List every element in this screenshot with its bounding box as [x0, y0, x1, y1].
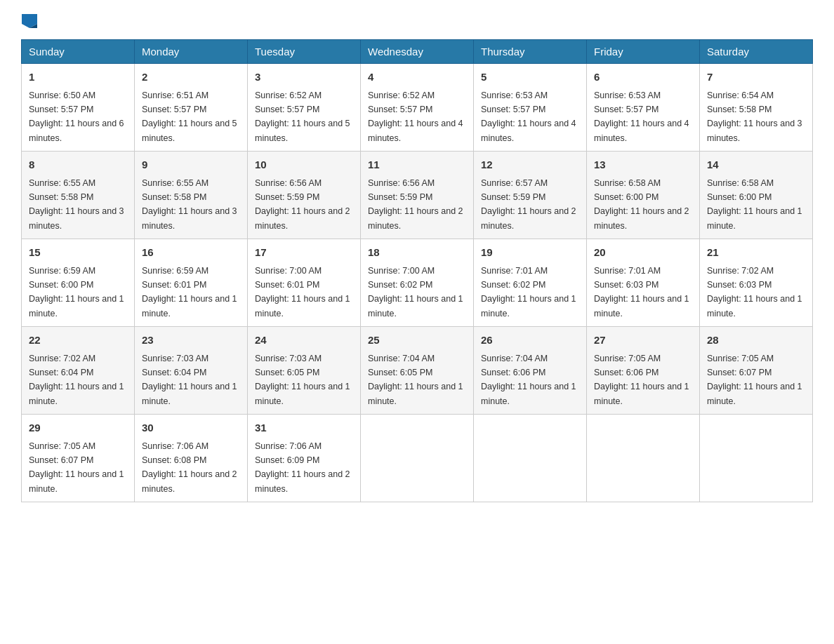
day-number: 12 [481, 157, 579, 173]
day-number: 30 [142, 420, 240, 436]
calendar-cell: 11Sunrise: 6:56 AMSunset: 5:59 PMDayligh… [361, 152, 474, 239]
calendar-cell: 5Sunrise: 6:53 AMSunset: 5:57 PMDaylight… [474, 64, 587, 152]
column-header-saturday: Saturday [700, 40, 813, 64]
calendar-cell: 26Sunrise: 7:04 AMSunset: 6:06 PMDayligh… [474, 327, 587, 415]
calendar-cell: 24Sunrise: 7:03 AMSunset: 6:05 PMDayligh… [248, 327, 361, 415]
calendar-cell: 25Sunrise: 7:04 AMSunset: 6:05 PMDayligh… [361, 327, 474, 415]
day-number: 23 [142, 333, 240, 349]
day-number: 29 [29, 420, 127, 436]
day-info: Sunrise: 6:56 AMSunset: 5:59 PMDaylight:… [368, 178, 463, 231]
calendar-cell: 21Sunrise: 7:02 AMSunset: 6:03 PMDayligh… [700, 239, 813, 327]
day-number: 16 [142, 245, 240, 261]
calendar-cell [587, 415, 700, 502]
day-number: 26 [481, 333, 579, 349]
day-number: 2 [142, 69, 240, 86]
day-number: 1 [29, 69, 127, 86]
day-info: Sunrise: 6:54 AMSunset: 5:58 PMDaylight:… [707, 90, 802, 143]
day-info: Sunrise: 7:00 AMSunset: 6:01 PMDaylight:… [255, 266, 350, 318]
day-number: 27 [594, 333, 692, 349]
day-number: 25 [368, 333, 466, 349]
day-number: 8 [29, 157, 127, 173]
day-number: 3 [255, 69, 353, 86]
calendar-cell: 2Sunrise: 6:51 AMSunset: 5:57 PMDaylight… [135, 64, 248, 152]
day-info: Sunrise: 6:55 AMSunset: 5:58 PMDaylight:… [142, 178, 237, 231]
calendar-cell: 14Sunrise: 6:58 AMSunset: 6:00 PMDayligh… [700, 152, 813, 239]
day-number: 19 [481, 245, 579, 261]
day-info: Sunrise: 6:56 AMSunset: 5:59 PMDaylight:… [255, 178, 350, 231]
column-header-wednesday: Wednesday [361, 40, 474, 64]
day-number: 24 [255, 333, 353, 349]
calendar-cell [361, 415, 474, 502]
day-info: Sunrise: 7:04 AMSunset: 6:05 PMDaylight:… [368, 354, 463, 406]
calendar-cell: 13Sunrise: 6:58 AMSunset: 6:00 PMDayligh… [587, 152, 700, 239]
day-info: Sunrise: 6:57 AMSunset: 5:59 PMDaylight:… [481, 178, 576, 231]
day-info: Sunrise: 7:02 AMSunset: 6:04 PMDaylight:… [29, 354, 124, 406]
day-info: Sunrise: 7:05 AMSunset: 6:06 PMDaylight:… [594, 354, 689, 406]
calendar-cell: 22Sunrise: 7:02 AMSunset: 6:04 PMDayligh… [22, 327, 135, 415]
calendar-cell: 15Sunrise: 6:59 AMSunset: 6:00 PMDayligh… [22, 239, 135, 327]
day-info: Sunrise: 7:03 AMSunset: 6:05 PMDaylight:… [255, 354, 350, 406]
day-info: Sunrise: 6:58 AMSunset: 6:00 PMDaylight:… [707, 178, 802, 231]
logo-icon [22, 14, 37, 28]
day-info: Sunrise: 7:06 AMSunset: 6:08 PMDaylight:… [142, 441, 237, 494]
day-info: Sunrise: 7:01 AMSunset: 6:03 PMDaylight:… [594, 266, 689, 318]
day-number: 6 [594, 69, 692, 86]
calendar-cell: 20Sunrise: 7:01 AMSunset: 6:03 PMDayligh… [587, 239, 700, 327]
calendar-cell [700, 415, 813, 502]
calendar-cell: 9Sunrise: 6:55 AMSunset: 5:58 PMDaylight… [135, 152, 248, 239]
day-number: 20 [594, 245, 692, 261]
day-number: 31 [255, 420, 353, 436]
column-header-tuesday: Tuesday [248, 40, 361, 64]
day-number: 5 [481, 69, 579, 86]
calendar-cell: 27Sunrise: 7:05 AMSunset: 6:06 PMDayligh… [587, 327, 700, 415]
calendar-cell: 19Sunrise: 7:01 AMSunset: 6:02 PMDayligh… [474, 239, 587, 327]
day-info: Sunrise: 7:02 AMSunset: 6:03 PMDaylight:… [707, 266, 802, 318]
calendar-cell: 16Sunrise: 6:59 AMSunset: 6:01 PMDayligh… [135, 239, 248, 327]
day-number: 14 [707, 157, 805, 173]
calendar-cell: 29Sunrise: 7:05 AMSunset: 6:07 PMDayligh… [22, 415, 135, 502]
calendar-cell: 23Sunrise: 7:03 AMSunset: 6:04 PMDayligh… [135, 327, 248, 415]
day-info: Sunrise: 7:00 AMSunset: 6:02 PMDaylight:… [368, 266, 463, 318]
day-info: Sunrise: 7:01 AMSunset: 6:02 PMDaylight:… [481, 266, 576, 318]
calendar-cell: 12Sunrise: 6:57 AMSunset: 5:59 PMDayligh… [474, 152, 587, 239]
day-number: 7 [707, 69, 805, 86]
calendar-cell: 30Sunrise: 7:06 AMSunset: 6:08 PMDayligh… [135, 415, 248, 502]
day-info: Sunrise: 6:53 AMSunset: 5:57 PMDaylight:… [594, 90, 689, 143]
day-number: 28 [707, 333, 805, 349]
day-info: Sunrise: 6:58 AMSunset: 6:00 PMDaylight:… [594, 178, 689, 231]
day-number: 15 [29, 245, 127, 261]
day-info: Sunrise: 6:51 AMSunset: 5:57 PMDaylight:… [142, 90, 237, 143]
day-info: Sunrise: 6:59 AMSunset: 6:00 PMDaylight:… [29, 266, 124, 318]
calendar-cell: 31Sunrise: 7:06 AMSunset: 6:09 PMDayligh… [248, 415, 361, 502]
day-number: 22 [29, 333, 127, 349]
day-number: 17 [255, 245, 353, 261]
day-info: Sunrise: 7:04 AMSunset: 6:06 PMDaylight:… [481, 354, 576, 406]
day-number: 10 [255, 157, 353, 173]
day-info: Sunrise: 7:06 AMSunset: 6:09 PMDaylight:… [255, 441, 350, 494]
calendar-table: SundayMondayTuesdayWednesdayThursdayFrid… [21, 39, 813, 502]
calendar-cell: 6Sunrise: 6:53 AMSunset: 5:57 PMDaylight… [587, 64, 700, 152]
day-number: 13 [594, 157, 692, 173]
calendar-cell: 1Sunrise: 6:50 AMSunset: 5:57 PMDaylight… [22, 64, 135, 152]
day-info: Sunrise: 6:52 AMSunset: 5:57 PMDaylight:… [255, 90, 350, 143]
day-info: Sunrise: 7:03 AMSunset: 6:04 PMDaylight:… [142, 354, 237, 406]
day-number: 21 [707, 245, 805, 261]
logo [21, 14, 38, 28]
day-info: Sunrise: 6:59 AMSunset: 6:01 PMDaylight:… [142, 266, 237, 318]
day-info: Sunrise: 7:05 AMSunset: 6:07 PMDaylight:… [29, 441, 124, 494]
calendar-cell: 3Sunrise: 6:52 AMSunset: 5:57 PMDaylight… [248, 64, 361, 152]
day-number: 9 [142, 157, 240, 173]
day-number: 4 [368, 69, 466, 86]
column-header-friday: Friday [587, 40, 700, 64]
page-header [21, 14, 813, 28]
column-header-thursday: Thursday [474, 40, 587, 64]
calendar-cell: 17Sunrise: 7:00 AMSunset: 6:01 PMDayligh… [248, 239, 361, 327]
day-number: 11 [368, 157, 466, 173]
calendar-cell: 4Sunrise: 6:52 AMSunset: 5:57 PMDaylight… [361, 64, 474, 152]
day-number: 18 [368, 245, 466, 261]
calendar-cell: 10Sunrise: 6:56 AMSunset: 5:59 PMDayligh… [248, 152, 361, 239]
calendar-cell [474, 415, 587, 502]
day-info: Sunrise: 6:52 AMSunset: 5:57 PMDaylight:… [368, 90, 463, 143]
day-info: Sunrise: 7:05 AMSunset: 6:07 PMDaylight:… [707, 354, 802, 406]
day-info: Sunrise: 6:53 AMSunset: 5:57 PMDaylight:… [481, 90, 576, 143]
